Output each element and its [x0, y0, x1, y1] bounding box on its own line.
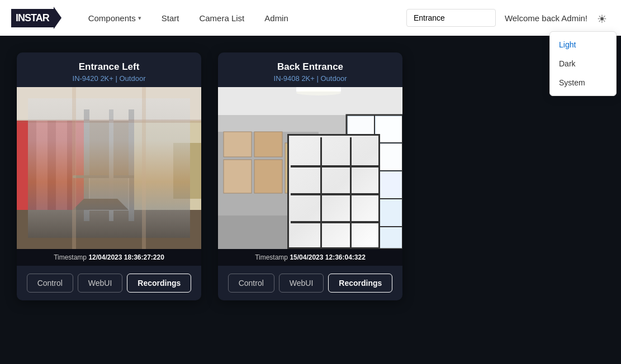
svg-rect-9 [89, 176, 129, 210]
theme-dropdown: Light Dark System [549, 31, 617, 96]
webui-button-1[interactable]: WebUI [78, 274, 123, 293]
card-buttons-2: Control WebUI Recordings [218, 266, 402, 300]
svg-rect-36 [376, 117, 402, 142]
nav-components[interactable]: Components ▾ [78, 0, 151, 36]
camera-card-2: Back Entrance IN-9408 2K+ | Outdoor [218, 52, 402, 300]
chevron-down-icon: ▾ [138, 15, 141, 22]
camera-image-1 [17, 87, 201, 249]
card-title-1: Entrance Left [26, 61, 192, 73]
svg-rect-1 [17, 87, 201, 121]
svg-rect-10 [73, 175, 151, 178]
camera-image-2 [218, 87, 402, 249]
card-buttons-1: Control WebUI Recordings [17, 266, 201, 300]
svg-rect-40 [376, 173, 402, 198]
logo-arrow [54, 7, 61, 29]
camera-feed-1 [17, 87, 201, 249]
card-header-1: Entrance Left IN-9420 2K+ | Outdoor [17, 52, 201, 87]
svg-rect-19 [224, 160, 252, 193]
camera-feed-2 [218, 87, 402, 249]
recordings-button-1[interactable]: Recordings [127, 274, 191, 293]
control-button-2[interactable]: Control [228, 274, 274, 293]
timestamp-bar-2: Timestamp 15/04/2023 12:36:04:322 [218, 249, 402, 266]
svg-rect-35 [348, 117, 374, 142]
timestamp-bar-1: Timestamp 12/04/2023 18:36:27:220 [17, 249, 201, 266]
nav-start[interactable]: Start [151, 0, 189, 36]
search-input[interactable] [406, 9, 496, 27]
webui-button-2[interactable]: WebUI [279, 274, 324, 293]
svg-rect-38 [376, 145, 402, 170]
svg-rect-6 [67, 121, 75, 210]
nav-admin[interactable]: Admin [254, 0, 298, 36]
svg-marker-14 [73, 199, 129, 210]
theme-toggle-button[interactable]: ☀ [594, 10, 610, 26]
theme-option-dark[interactable]: Dark [550, 54, 616, 73]
cards-container: Entrance Left IN-9420 2K+ | Outdoor [17, 52, 402, 300]
svg-rect-25 [319, 143, 335, 176]
svg-rect-2 [17, 210, 201, 249]
svg-rect-13 [173, 143, 201, 199]
svg-rect-7 [84, 109, 89, 221]
svg-rect-4 [28, 121, 36, 210]
svg-rect-20 [254, 160, 282, 193]
svg-rect-22 [254, 132, 282, 157]
nav-camera-list[interactable]: Camera List [189, 0, 254, 36]
card-subtitle-2: IN-9408 2K+ | Outdoor [227, 74, 394, 83]
recordings-button-2[interactable]: Recordings [328, 274, 392, 293]
svg-rect-17 [218, 215, 402, 249]
svg-rect-24 [307, 137, 335, 215]
camera-card-1: Entrance Left IN-9420 2K+ | Outdoor [17, 52, 201, 300]
card-subtitle-1: IN-9420 2K+ | Outdoor [26, 74, 192, 83]
card-title-2: Back Entrance [227, 61, 394, 73]
svg-rect-21 [224, 132, 252, 157]
svg-rect-0 [17, 87, 201, 249]
control-button-1[interactable]: Control [27, 274, 73, 293]
timestamp-value-1: 12/04/2023 18:36:27:220 [88, 253, 164, 261]
main-content: Entrance Left IN-9420 2K+ | Outdoor [0, 36, 621, 364]
svg-rect-5 [48, 121, 56, 210]
svg-rect-39 [348, 173, 374, 198]
welcome-text: Welcome back Admin! [505, 13, 587, 23]
logo[interactable]: INSTAR [11, 7, 61, 29]
svg-rect-3 [17, 121, 84, 210]
svg-rect-12 [134, 121, 201, 210]
svg-rect-37 [348, 145, 374, 170]
svg-point-42 [296, 90, 341, 95]
navbar: INSTAR Components ▾ Start Camera List Ad… [0, 0, 621, 36]
theme-option-system[interactable]: System [550, 73, 616, 92]
nav-links: Components ▾ Start Camera List Admin [78, 0, 406, 36]
sun-icon: ☀ [596, 12, 608, 23]
svg-rect-11 [109, 109, 113, 221]
card-header-2: Back Entrance IN-9408 2K+ | Outdoor [218, 52, 402, 87]
svg-rect-23 [285, 143, 307, 193]
camera-visual-1 [17, 87, 201, 249]
timestamp-value-2: 15/04/2023 12:36:04:322 [290, 253, 365, 261]
theme-option-light[interactable]: Light [550, 35, 616, 54]
logo-text: INSTAR [11, 9, 54, 27]
svg-rect-8 [129, 109, 134, 221]
camera-visual-2 [218, 87, 402, 249]
